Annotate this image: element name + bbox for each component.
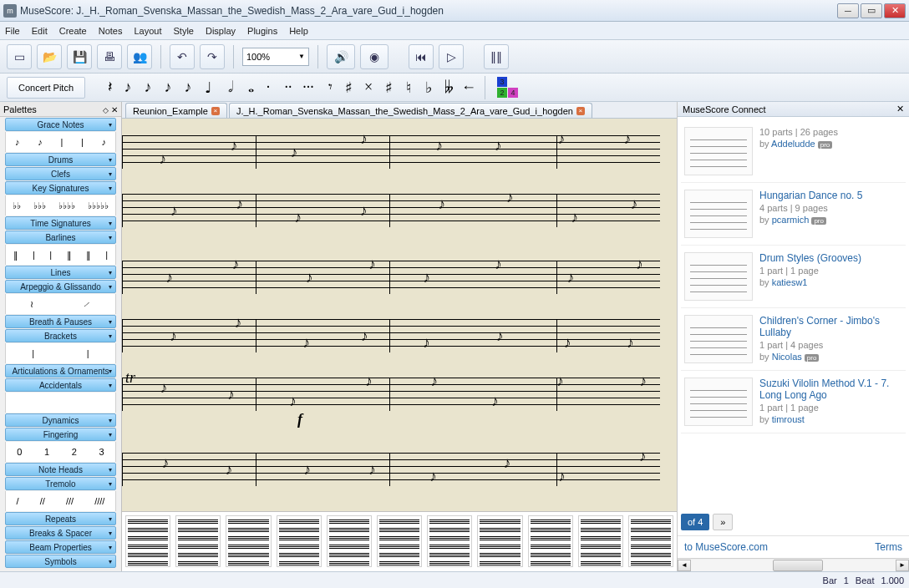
play-button[interactable]: ▷ xyxy=(439,44,464,69)
palette-row[interactable]: ♪♪||♪ xyxy=(5,132,116,152)
connect-item[interactable]: Children's Corner - Jimbo's Lullaby1 par… xyxy=(681,308,906,371)
note-duration-7[interactable]: 𝅝 xyxy=(239,77,257,99)
pager-next-button[interactable]: » xyxy=(713,514,733,530)
connect-item[interactable]: Suzuki Vilolin Method V.1 - 7. Long Long… xyxy=(681,371,906,433)
menu-file[interactable]: File xyxy=(5,26,20,36)
zoom-select[interactable]: 100%▼ xyxy=(242,48,309,66)
connect-title[interactable]: Suzuki Vilolin Method V.1 - 7. Long Long… xyxy=(759,378,902,401)
palette-drums[interactable]: Drums▾ xyxy=(5,153,116,166)
note-duration-11[interactable]: 𝄾 xyxy=(319,77,338,99)
page-thumb[interactable] xyxy=(578,515,623,567)
connect-title[interactable]: Drum Styles (Grooves) xyxy=(759,252,902,264)
save-button[interactable]: 💾 xyxy=(67,44,92,69)
voice-4[interactable]: 4 xyxy=(508,88,518,98)
palette-accidentals[interactable]: Accidentals▾ xyxy=(5,378,116,392)
palette-fingering[interactable]: Fingering▾ xyxy=(5,428,116,441)
page-thumb[interactable] xyxy=(427,515,472,567)
maximize-button[interactable]: ▭ xyxy=(861,3,882,18)
palette-articulations-ornaments[interactable]: Articulations & Ornaments▾ xyxy=(5,364,116,378)
note-duration-6[interactable]: 𝅗𝅥 xyxy=(219,77,237,99)
note-duration-17[interactable]: 𝄫 xyxy=(439,77,458,99)
note-duration-13[interactable]: × xyxy=(359,77,378,99)
palette-breaks-spacer[interactable]: Breaks & Spacer▾ xyxy=(5,526,116,540)
palette-row[interactable]: ≀⟋ xyxy=(5,294,116,314)
palette-dynamics[interactable]: Dynamics▾ xyxy=(5,413,116,427)
note-duration-3[interactable]: ♪ xyxy=(159,77,177,99)
connect-title[interactable]: Children's Corner - Jimbo's Lullaby xyxy=(759,315,902,338)
palette-row[interactable]: ♭♭♭♭♭♭♭♭♭♭♭♭♭♭ xyxy=(5,195,116,215)
menu-layout[interactable]: Layout xyxy=(134,26,161,36)
palette-clefs[interactable]: Clefs▾ xyxy=(5,167,116,180)
menu-edit[interactable]: Edit xyxy=(32,26,48,36)
menu-create[interactable]: Create xyxy=(59,26,87,36)
page-thumb[interactable] xyxy=(327,515,372,567)
note-duration-12[interactable]: ♯ xyxy=(339,77,358,99)
connect-item[interactable]: Hungarian Dance no. 54 parts | 9 pagesby… xyxy=(681,183,906,246)
note-duration-9[interactable]: ·· xyxy=(279,77,297,99)
palette-row[interactable]: ‖||‖‖| xyxy=(5,245,116,265)
tab[interactable]: Reunion_Example× xyxy=(125,103,227,118)
palette-time-signatures[interactable]: Time Signatures▾ xyxy=(5,216,116,230)
page-thumb[interactable] xyxy=(277,515,322,567)
page-thumb[interactable] xyxy=(175,515,221,567)
note-duration-1[interactable]: ♪ xyxy=(119,77,137,99)
redo-button[interactable]: ↷ xyxy=(200,44,225,69)
tab[interactable]: J._H._Roman_Svenska_Massan_the_Swedish_M… xyxy=(229,103,592,118)
palette-note-heads[interactable]: Note Heads▾ xyxy=(5,463,116,476)
open-file-button[interactable]: 📂 xyxy=(37,44,62,69)
connect-item[interactable]: Drum Styles (Grooves)1 part | 1 pageby k… xyxy=(681,246,906,308)
voice-3[interactable]: 3 xyxy=(497,77,507,87)
note-duration-18[interactable]: ← xyxy=(460,77,478,99)
score-canvas[interactable]: ♪♪♪♪♪♪♪♪♪♪♪♪♪♪♪♪♪♪♪♪♪♪♪♪♪♪♪♪♪♪♪♪♪♪♪♪♪♪♪♪… xyxy=(122,119,677,511)
minimize-button[interactable]: ─ xyxy=(837,3,859,18)
palette-barlines[interactable]: Barlines▾ xyxy=(5,231,116,244)
palette-row[interactable] xyxy=(5,393,116,413)
concert-pitch-button[interactable]: Concert Pitch xyxy=(7,77,85,99)
note-duration-8[interactable]: · xyxy=(259,77,277,99)
rewind-button[interactable]: ⏮ xyxy=(409,44,434,69)
palette-tremolo[interactable]: Tremolo▾ xyxy=(5,477,116,490)
loop-button[interactable]: ‖‖ xyxy=(484,44,509,69)
menu-plugins[interactable]: Plugins xyxy=(247,26,277,36)
menu-help[interactable]: Help xyxy=(289,26,308,36)
palette-brackets[interactable]: Brackets▾ xyxy=(5,329,116,342)
connect-title[interactable]: Hungarian Dance no. 5 xyxy=(759,190,902,201)
palette-beam-properties[interactable]: Beam Properties▾ xyxy=(5,540,116,554)
palette-breath-pauses[interactable]: Breath & Pauses▾ xyxy=(5,315,116,328)
connect-hscroll[interactable]: ◄► xyxy=(678,558,909,571)
palette-lines[interactable]: Lines▾ xyxy=(5,266,116,279)
note-duration-14[interactable]: ♯ xyxy=(379,77,398,99)
note-duration-4[interactable]: ♪ xyxy=(179,77,197,99)
page-thumb[interactable] xyxy=(125,515,170,567)
palette-arpeggio-glissando[interactable]: Arpeggio & Glissando▾ xyxy=(5,280,116,293)
menu-notes[interactable]: Notes xyxy=(99,26,123,36)
palette-repeats[interactable]: Repeats▾ xyxy=(5,512,116,525)
close-button[interactable]: ✕ xyxy=(884,3,906,18)
note-duration-15[interactable]: ♮ xyxy=(399,77,418,99)
palette-symbols[interactable]: Symbols▾ xyxy=(5,555,116,568)
menu-style[interactable]: Style xyxy=(174,26,194,36)
note-duration-16[interactable]: ♭ xyxy=(419,77,438,99)
tab-close-icon[interactable]: × xyxy=(211,107,220,115)
metronome-button[interactable]: ◉ xyxy=(360,44,388,69)
note-duration-2[interactable]: ♪ xyxy=(139,77,157,99)
voice-2[interactable]: 2 xyxy=(497,88,507,98)
note-duration-10[interactable]: ··· xyxy=(299,77,317,99)
note-duration-0[interactable]: 𝄽 xyxy=(99,77,117,99)
page-thumb[interactable] xyxy=(628,515,673,567)
tab-close-icon[interactable]: × xyxy=(576,107,585,115)
page-thumb[interactable] xyxy=(226,515,271,567)
page-thumb[interactable] xyxy=(477,515,522,567)
page-thumb[interactable] xyxy=(528,515,573,567)
group-button[interactable]: 👥 xyxy=(127,44,152,69)
print-button[interactable]: 🖶 xyxy=(97,44,122,69)
palette-row[interactable]: ////////// xyxy=(5,491,116,511)
musescore-link[interactable]: to MuseScore.com xyxy=(684,541,768,553)
terms-link[interactable]: Terms xyxy=(875,541,902,553)
page-thumbnails[interactable] xyxy=(122,511,677,571)
speaker-button[interactable]: 🔊 xyxy=(327,44,355,69)
close-connect-button[interactable]: ✕ xyxy=(896,104,904,114)
palette-key-signatures[interactable]: Key Signatures▾ xyxy=(5,181,116,195)
menu-display[interactable]: Display xyxy=(206,26,236,36)
palette-row[interactable]: 0123 xyxy=(5,442,116,462)
